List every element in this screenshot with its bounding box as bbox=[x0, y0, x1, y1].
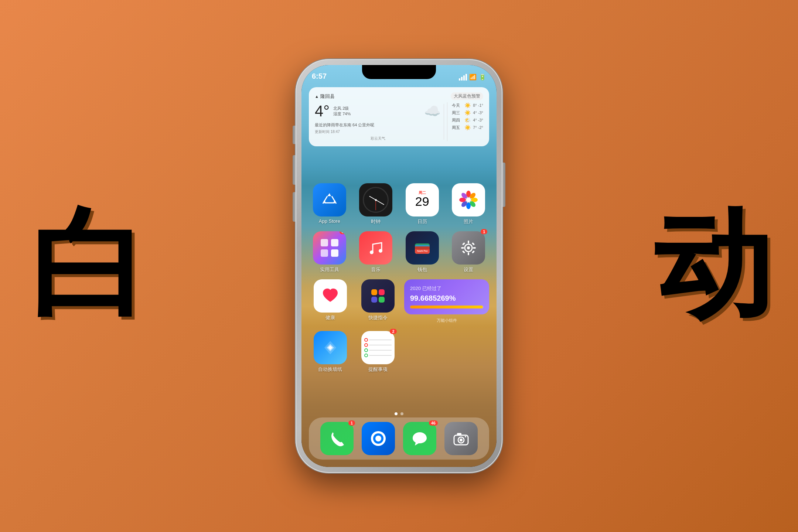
svg-rect-47 bbox=[457, 433, 461, 435]
year-progress-bar bbox=[410, 306, 483, 308]
shortcuts-icon[interactable] bbox=[361, 279, 395, 313]
reminders-icon[interactable]: 2 bbox=[361, 331, 395, 364]
svg-rect-15 bbox=[321, 249, 328, 257]
app-calendar[interactable]: 周二 29 日历 bbox=[402, 183, 443, 225]
phone-screen: 6:57 📶 🔋 bbox=[301, 65, 497, 467]
photos-svg bbox=[457, 189, 480, 211]
settings-icon[interactable]: 1 bbox=[452, 231, 485, 265]
wifi-icon: 📶 bbox=[469, 74, 477, 81]
svg-text:Apple Pay: Apple Pay bbox=[417, 250, 428, 252]
year-widget-container[interactable]: 2020 已经过了 99.6685269% 万能小组件 bbox=[404, 279, 489, 323]
signal-bar-1 bbox=[459, 78, 460, 81]
weather-update-time: 更新时间 18:47 bbox=[315, 129, 441, 134]
app-reminders[interactable]: 2 bbox=[357, 331, 399, 373]
weather-main: 4° 北风 2级 湿度 74% ☁️ bbox=[315, 102, 441, 120]
forecast-day-wed: 周三 bbox=[452, 110, 462, 116]
page-dot-1 bbox=[395, 412, 398, 415]
app-wallet[interactable]: Apple Pay 钱包 bbox=[402, 231, 443, 273]
health-icon[interactable] bbox=[314, 279, 347, 313]
dock-camera[interactable] bbox=[444, 422, 478, 455]
page-dots bbox=[301, 412, 497, 415]
utilities-icon[interactable]: 39 bbox=[313, 231, 346, 265]
power-button[interactable] bbox=[502, 163, 505, 207]
location-arrow-icon: ▲ bbox=[315, 94, 319, 99]
weather-description: 最近的降雨带在东南 64 公里外呢 bbox=[315, 122, 441, 128]
dock-messages[interactable]: 46 bbox=[403, 422, 436, 455]
music-svg bbox=[365, 238, 386, 258]
forecast-row-today: 今天 ☀️ 8° -1° bbox=[452, 102, 483, 108]
reminders-label: 提醒事项 bbox=[368, 366, 388, 373]
phone-svg bbox=[327, 429, 347, 449]
app-clock[interactable]: 时钟 bbox=[355, 183, 397, 225]
volume-down-button[interactable] bbox=[293, 192, 296, 222]
photos-icon[interactable] bbox=[452, 183, 485, 216]
app-row-2: 39 实用工具 bbox=[309, 231, 489, 273]
app-shortcuts[interactable]: 快捷指令 bbox=[357, 279, 399, 321]
battery-icon: 🔋 bbox=[479, 74, 486, 81]
forecast-temps-today: 8° -1° bbox=[473, 103, 483, 108]
svg-rect-33 bbox=[472, 250, 475, 253]
forecast-temps-wed: 4° -3° bbox=[473, 110, 483, 115]
app-row-4: 自动换墙纸 2 bbox=[309, 331, 489, 373]
weather-location: ▲ 隆回县 bbox=[315, 93, 335, 100]
dock-phone[interactable]: 1 bbox=[320, 422, 354, 455]
weather-temperature: 4° bbox=[315, 102, 330, 120]
signal-bar-2 bbox=[461, 77, 463, 81]
signal-bar-4 bbox=[466, 74, 467, 81]
calendar-date: 29 bbox=[415, 195, 429, 208]
svg-rect-16 bbox=[331, 249, 338, 257]
dock-facetime-icon[interactable] bbox=[362, 422, 395, 455]
app-music[interactable]: 音乐 bbox=[355, 231, 397, 273]
app-appstore[interactable]: App Store bbox=[309, 183, 350, 225]
year-progress-widget[interactable]: 2020 已经过了 99.6685269% bbox=[404, 279, 489, 314]
dock-phone-icon[interactable] bbox=[320, 422, 354, 455]
utilities-badge: 39 bbox=[340, 231, 346, 234]
dock-camera-icon[interactable] bbox=[444, 422, 478, 455]
svg-rect-14 bbox=[331, 239, 338, 246]
forecast-row-fri: 周五 ☀️ 7° -2° bbox=[452, 125, 483, 130]
dock: 1 bbox=[309, 417, 489, 460]
wallpaper: 6:57 📶 🔋 bbox=[301, 65, 497, 467]
app-health[interactable]: 健康 bbox=[309, 279, 351, 321]
svg-rect-31 bbox=[472, 242, 475, 245]
weather-widget[interactable]: ▲ 隆回县 大风蓝色预警 4° 北风 2级 湿度 74% bbox=[309, 87, 489, 146]
weather-cloud-icon: ☁️ bbox=[424, 103, 441, 119]
svg-rect-32 bbox=[462, 250, 465, 253]
app-settings[interactable]: 1 bbox=[448, 231, 490, 273]
svg-rect-37 bbox=[379, 297, 385, 303]
clock-second-hand bbox=[376, 200, 376, 210]
svg-rect-36 bbox=[371, 297, 377, 303]
dock-messages-icon[interactable] bbox=[403, 422, 436, 455]
clock-icon[interactable] bbox=[359, 183, 392, 216]
wallet-icon[interactable]: Apple Pay bbox=[406, 231, 439, 265]
settings-label: 设置 bbox=[464, 266, 473, 273]
year-widget-percent: 99.6685269% bbox=[410, 294, 483, 303]
app-utilities[interactable]: 39 实用工具 bbox=[309, 231, 350, 273]
svg-rect-28 bbox=[461, 247, 464, 249]
forecast-icon-wed: ☀️ bbox=[464, 110, 471, 116]
svg-rect-34 bbox=[371, 289, 377, 295]
weather-header: ▲ 隆回县 大风蓝色预警 bbox=[315, 92, 483, 100]
app-wallpaper[interactable]: 自动换墙纸 bbox=[309, 331, 351, 373]
svg-point-48 bbox=[465, 436, 466, 437]
status-icons: 📶 🔋 bbox=[459, 74, 486, 81]
music-label: 音乐 bbox=[371, 266, 381, 273]
wallpaper-icon[interactable] bbox=[314, 331, 347, 364]
svg-rect-30 bbox=[462, 242, 465, 245]
forecast-row-thu: 周四 🌤️ 4° -3° bbox=[452, 117, 483, 123]
volume-up-button[interactable] bbox=[293, 155, 296, 185]
forecast-icon-fri: ☀️ bbox=[464, 125, 471, 130]
mute-button[interactable] bbox=[293, 126, 296, 144]
svg-point-18 bbox=[379, 249, 382, 253]
appstore-label: App Store bbox=[319, 218, 340, 224]
music-icon[interactable] bbox=[359, 231, 392, 265]
weather-source: 彩云天气 bbox=[315, 136, 441, 141]
app-photos[interactable]: 照片 bbox=[448, 183, 490, 225]
dock-facetime[interactable] bbox=[362, 422, 395, 455]
svg-point-12 bbox=[466, 198, 471, 202]
page-dot-2 bbox=[400, 412, 403, 415]
forecast-day-thu: 周四 bbox=[452, 117, 462, 123]
appstore-icon[interactable] bbox=[313, 183, 346, 216]
wallpaper-label: 自动换墙纸 bbox=[318, 366, 342, 373]
calendar-icon[interactable]: 周二 29 bbox=[406, 183, 439, 216]
